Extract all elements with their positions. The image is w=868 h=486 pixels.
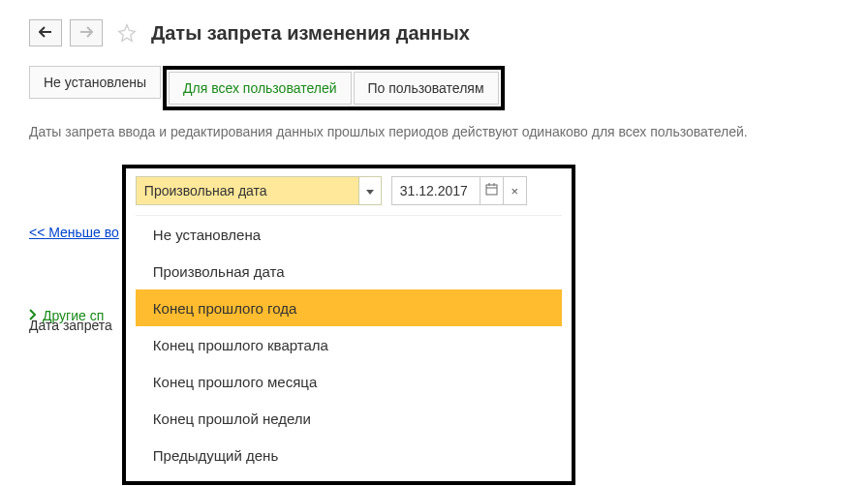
- highlight-frame-tabs: Для всех пользователей По пользователям: [163, 66, 504, 110]
- arrow-left-icon: [39, 25, 52, 41]
- favorite-star-icon[interactable]: [116, 22, 138, 44]
- dropdown-item[interactable]: Конец прошлого месяца: [136, 363, 562, 400]
- highlight-frame-date: Произвольная дата 31.12.2017 ×: [122, 165, 575, 485]
- tab-by-users[interactable]: По пользователям: [354, 72, 499, 105]
- dropdown-item[interactable]: Конец прошлого года: [136, 289, 562, 326]
- dropdown-item[interactable]: Предыдущий день: [136, 437, 562, 473]
- date-mode-dropdown: Не установленаПроизвольная датаКонец про…: [136, 215, 562, 473]
- clear-date-button[interactable]: ×: [503, 177, 526, 204]
- date-mode-combo[interactable]: Произвольная дата: [136, 176, 382, 205]
- dropdown-item[interactable]: Не установлена: [136, 216, 562, 253]
- calendar-icon: [485, 183, 498, 198]
- page-title: Даты запрета изменения данных: [151, 22, 470, 45]
- close-icon: ×: [512, 184, 519, 198]
- calendar-button[interactable]: [480, 177, 503, 204]
- combo-dropdown-button[interactable]: [359, 177, 381, 204]
- date-value: 31.12.2017: [392, 177, 480, 204]
- svg-rect-0: [486, 185, 497, 195]
- date-mode-value: Произвольная дата: [137, 177, 359, 204]
- nav-forward-button[interactable]: [70, 19, 103, 46]
- tab-all-users[interactable]: Для всех пользователей: [169, 72, 351, 105]
- description-text: Даты запрета ввода и редактирования данн…: [29, 124, 839, 139]
- arrow-right-icon: [79, 25, 93, 41]
- chevron-down-icon: [366, 183, 374, 198]
- nav-back-button[interactable]: [29, 19, 62, 46]
- dropdown-item[interactable]: Конец прошлого квартала: [136, 326, 562, 363]
- dropdown-item[interactable]: Конец прошлой недели: [136, 400, 562, 437]
- date-field-label: Дата запрета: [29, 318, 116, 333]
- tab-not-set[interactable]: Не установлены: [29, 66, 161, 99]
- dropdown-item[interactable]: Произвольная дата: [136, 253, 562, 289]
- date-input-box[interactable]: 31.12.2017 ×: [391, 176, 527, 205]
